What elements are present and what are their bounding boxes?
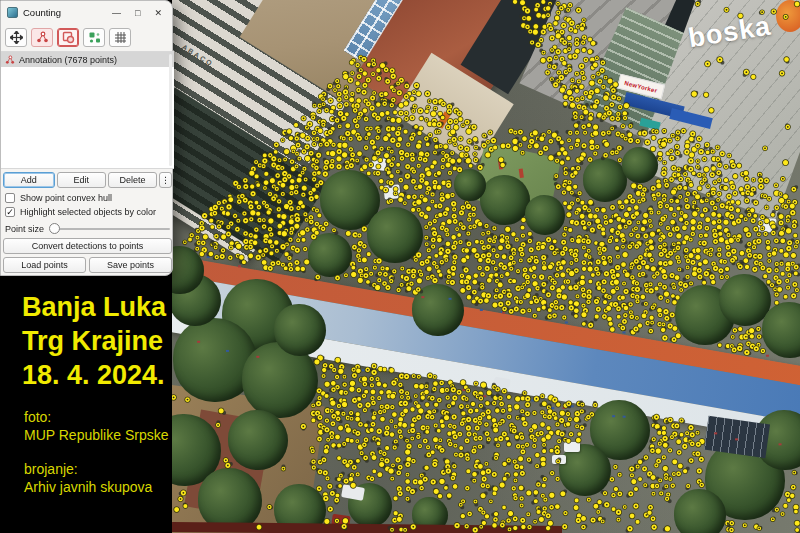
counting-window: Counting — □ ✕ <box>0 0 173 276</box>
window-titlebar[interactable]: Counting — □ ✕ <box>1 1 172 24</box>
annotation-points-layer <box>172 0 800 533</box>
caption-square: Trg Krajine <box>22 324 172 358</box>
save-points-button[interactable]: Save points <box>89 257 172 273</box>
minimize-button[interactable]: — <box>112 8 121 18</box>
annotation-toolbar <box>5 28 131 47</box>
point-size-label: Point size <box>5 224 44 234</box>
convex-hull-checkbox[interactable] <box>5 193 15 203</box>
maximize-button[interactable]: □ <box>135 8 140 18</box>
point-size-slider[interactable] <box>50 228 170 230</box>
scatter-points-icon <box>36 31 49 44</box>
delete-button[interactable]: Delete <box>108 172 157 188</box>
pan-tool-button[interactable] <box>5 28 27 47</box>
annotation-list-item[interactable]: Annotation (7678 points) <box>1 52 174 67</box>
move-icon <box>10 31 23 44</box>
annotation-viewport[interactable]: ABACO boska NewYorker <box>172 0 800 533</box>
caption-date: 18. 4. 2024. <box>22 358 172 392</box>
count-credit-label: brojanje: <box>24 460 172 478</box>
grid-icon <box>114 31 127 44</box>
screenshot-root: Banja Luka Trg Krajine 18. 4. 2024. foto… <box>0 0 800 533</box>
load-points-button[interactable]: Load points <box>3 257 86 273</box>
highlight-label: Highlight selected objects by color <box>20 207 156 217</box>
scatter-points-icon <box>5 55 15 65</box>
point-size-slider-handle[interactable] <box>49 223 60 234</box>
grid-tool-button[interactable] <box>109 28 131 47</box>
more-actions-button[interactable]: ⋮ <box>159 172 172 188</box>
detection-box-tool-button[interactable] <box>57 28 79 47</box>
caption-city: Banja Luka <box>22 290 172 324</box>
edit-button[interactable]: Edit <box>57 172 106 188</box>
window-title: Counting <box>23 7 61 18</box>
convert-detections-button[interactable]: Convert detections to points <box>3 238 172 254</box>
caption-credits: foto: MUP Republike Srpske brojanje: Arh… <box>24 408 172 512</box>
add-button[interactable]: Add <box>3 172 55 188</box>
annotation-list[interactable]: Annotation (7678 points) <box>1 51 174 169</box>
cluster-icon <box>88 31 101 44</box>
count-credit-value: Arhiv javnih skupova <box>24 478 172 496</box>
annotation-item-label: Annotation (7678 points) <box>19 55 117 65</box>
cluster-tool-button[interactable] <box>83 28 105 47</box>
app-icon <box>7 7 18 18</box>
photo-credit-label: foto: <box>24 408 172 426</box>
convex-hull-label: Show point convex hull <box>20 193 112 203</box>
caption-title-block: Banja Luka Trg Krajine 18. 4. 2024. <box>22 290 172 392</box>
highlight-checkbox[interactable]: ✓ <box>5 207 15 217</box>
close-button[interactable]: ✕ <box>154 8 162 18</box>
box-circle-icon <box>62 31 75 44</box>
points-tool-button[interactable] <box>31 28 53 47</box>
list-scrollbar[interactable] <box>169 54 172 166</box>
photo-credit-value: MUP Republike Srpske <box>24 426 172 444</box>
